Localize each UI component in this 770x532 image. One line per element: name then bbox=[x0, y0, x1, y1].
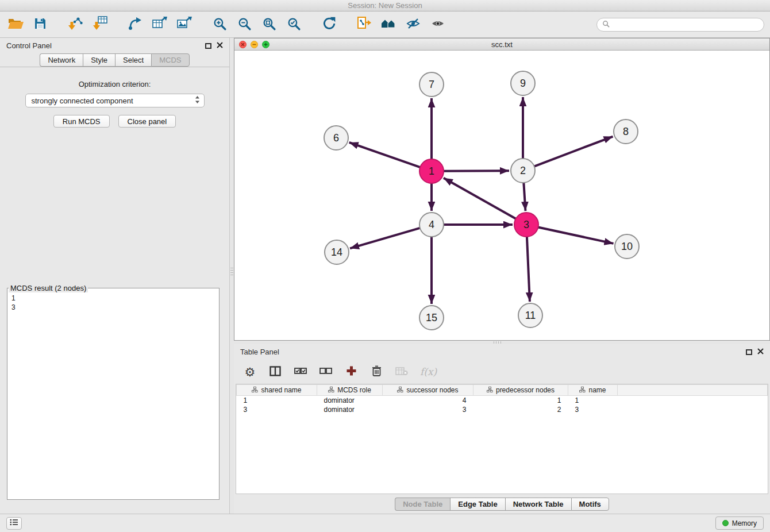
table-tab-network-table[interactable]: Network Table bbox=[505, 498, 571, 511]
node-14[interactable]: 14 bbox=[325, 240, 349, 264]
cell-shared-name[interactable]: 3 bbox=[237, 405, 317, 414]
node-15[interactable]: 15 bbox=[419, 306, 444, 330]
node-8[interactable]: 8 bbox=[614, 119, 638, 144]
column-header-shared-name[interactable]: shared name bbox=[237, 385, 317, 396]
cell-mcds-role[interactable]: dominator bbox=[317, 405, 383, 414]
table-panel-title: Table Panel bbox=[240, 348, 279, 356]
zoom-selected-button[interactable] bbox=[283, 14, 305, 36]
open-session-button[interactable] bbox=[5, 14, 26, 36]
node-4[interactable]: 4 bbox=[419, 213, 444, 237]
cell-predecessor-nodes[interactable]: 2 bbox=[473, 405, 568, 414]
edge-2-3[interactable] bbox=[523, 183, 525, 211]
cell-name[interactable]: 3 bbox=[568, 405, 618, 414]
column-label: MCDS role bbox=[337, 386, 371, 394]
zoom-out-button[interactable] bbox=[233, 14, 255, 36]
edge-1-2[interactable] bbox=[444, 171, 509, 171]
svg-text:11: 11 bbox=[525, 310, 536, 321]
export-network-button[interactable] bbox=[124, 14, 146, 36]
table-tab-motifs[interactable]: Motifs bbox=[571, 498, 609, 511]
edge-1-6[interactable] bbox=[349, 142, 421, 167]
apply-layout-button[interactable] bbox=[318, 14, 340, 36]
table-tab-node-table[interactable]: Node Table bbox=[395, 498, 450, 511]
network-canvas[interactable]: 7968124314101511 bbox=[234, 51, 769, 340]
mcds-result-lines: 13 bbox=[7, 292, 219, 313]
optimization-select[interactable]: strongly connected component bbox=[25, 94, 205, 107]
edge-2-8[interactable] bbox=[534, 137, 613, 167]
delete-table-button[interactable] bbox=[395, 363, 409, 380]
network-graph[interactable]: 7968124314101511 bbox=[234, 51, 769, 340]
edge-4-14[interactable] bbox=[350, 228, 420, 248]
function-builder-button[interactable]: f(x) bbox=[420, 363, 437, 380]
task-history-button[interactable] bbox=[6, 517, 22, 530]
column-header-successor-nodes[interactable]: successor nodes bbox=[383, 385, 473, 396]
tab-mcds[interactable]: MCDS bbox=[151, 53, 189, 67]
float-panel-icon[interactable] bbox=[205, 43, 211, 49]
table-row[interactable]: 3dominator323 bbox=[237, 405, 768, 414]
memory-button[interactable]: Memory bbox=[715, 516, 764, 530]
edge-3-10[interactable] bbox=[538, 227, 614, 243]
table-row[interactable]: 1dominator411 bbox=[237, 396, 768, 405]
copy-network-button[interactable] bbox=[353, 14, 375, 36]
add-column-button[interactable] bbox=[344, 363, 358, 380]
import-network-icon bbox=[67, 16, 83, 33]
save-session-button[interactable] bbox=[29, 14, 51, 36]
cell-shared-name[interactable]: 1 bbox=[237, 396, 317, 405]
minimize-window-icon[interactable] bbox=[251, 41, 258, 48]
close-panel-icon[interactable] bbox=[217, 41, 223, 50]
column-label: successor nodes bbox=[406, 386, 458, 394]
export-table-button[interactable] bbox=[149, 14, 171, 36]
node-11[interactable]: 11 bbox=[518, 303, 542, 327]
deselect-all-columns-button[interactable] bbox=[319, 363, 333, 380]
tab-style[interactable]: Style bbox=[83, 53, 115, 67]
column-header-predecessor-nodes[interactable]: predecessor nodes bbox=[473, 385, 568, 396]
delete-column-button[interactable] bbox=[369, 363, 383, 380]
edge-3-11[interactable] bbox=[527, 237, 530, 302]
float-panel-icon[interactable] bbox=[746, 349, 752, 355]
table-settings-button[interactable]: ⚙ bbox=[243, 363, 257, 380]
import-network-button[interactable] bbox=[64, 14, 86, 36]
cell-name[interactable]: 1 bbox=[568, 396, 618, 405]
houses-button[interactable] bbox=[378, 14, 399, 36]
zoom-fit-button[interactable] bbox=[258, 14, 280, 36]
select-all-columns-button[interactable] bbox=[294, 363, 307, 380]
import-table-button[interactable] bbox=[89, 14, 111, 36]
search-box bbox=[596, 18, 764, 32]
export-image-button[interactable] bbox=[174, 14, 195, 36]
cell-successor-nodes[interactable]: 4 bbox=[383, 396, 473, 405]
node-10[interactable]: 10 bbox=[615, 234, 639, 259]
table-tab-edge-table[interactable]: Edge Table bbox=[450, 498, 505, 511]
close-panel-button[interactable]: Close panel bbox=[118, 115, 176, 128]
close-window-icon[interactable] bbox=[239, 41, 247, 48]
zoom-in-button[interactable] bbox=[209, 14, 230, 36]
hide-selected-button[interactable] bbox=[402, 14, 424, 36]
cell-predecessor-nodes[interactable]: 1 bbox=[473, 396, 568, 405]
columns-icon bbox=[270, 366, 281, 378]
cell-mcds-role[interactable]: dominator bbox=[317, 396, 383, 405]
column-label: predecessor nodes bbox=[496, 386, 555, 394]
close-panel-icon[interactable] bbox=[757, 348, 764, 356]
column-header-mcds-role[interactable]: MCDS role bbox=[317, 385, 383, 396]
node-1[interactable]: 1 bbox=[419, 159, 444, 183]
tab-select[interactable]: Select bbox=[115, 53, 151, 67]
edge-3-1[interactable] bbox=[444, 178, 516, 219]
node-7[interactable]: 7 bbox=[419, 72, 444, 97]
node-3[interactable]: 3 bbox=[514, 213, 538, 237]
maximize-window-icon[interactable] bbox=[262, 41, 270, 48]
column-layout-button[interactable] bbox=[268, 363, 282, 380]
vertical-splitter[interactable] bbox=[230, 38, 234, 514]
search-input[interactable] bbox=[613, 20, 759, 29]
node-6[interactable]: 6 bbox=[324, 126, 348, 150]
run-mcds-button[interactable]: Run MCDS bbox=[53, 115, 110, 128]
tab-network[interactable]: Network bbox=[40, 53, 83, 67]
svg-text:14: 14 bbox=[331, 246, 342, 258]
node-2[interactable]: 2 bbox=[511, 159, 535, 183]
horizontal-splitter[interactable] bbox=[234, 341, 770, 344]
show-all-button[interactable] bbox=[427, 14, 449, 36]
mcds-result-box: MCDS result (2 nodes) 13 bbox=[7, 284, 220, 500]
eye-icon bbox=[430, 17, 445, 32]
node-9[interactable]: 9 bbox=[511, 71, 535, 95]
cell-successor-nodes[interactable]: 3 bbox=[383, 405, 473, 414]
function-icon: f(x) bbox=[420, 366, 437, 377]
zoom-fit-icon bbox=[262, 17, 276, 33]
column-header-name[interactable]: name bbox=[568, 385, 618, 396]
